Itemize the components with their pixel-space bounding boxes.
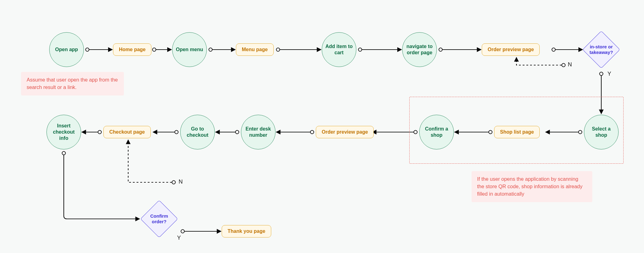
decision-in-store-takeaway: in-store or takeaway?: [583, 31, 620, 68]
process-open-app: Open app: [49, 32, 84, 67]
note-open-app: Assume that user open the app from the s…: [21, 72, 124, 95]
page-thank-you: Thank you page: [222, 225, 271, 237]
svg-point-23: [311, 131, 314, 134]
branch-label-n: N: [568, 61, 572, 68]
svg-point-31: [62, 152, 66, 155]
process-navigate-order: navigate to order page: [402, 32, 437, 67]
page-order-preview-2: Order preview page: [316, 126, 374, 138]
label: Open menu: [176, 47, 203, 53]
svg-point-0: [86, 48, 89, 51]
svg-point-27: [175, 131, 178, 134]
svg-point-2: [153, 48, 156, 51]
svg-point-10: [439, 48, 442, 51]
label: Add item to cart: [324, 43, 354, 56]
page-order-preview-1: Order preview page: [482, 43, 540, 56]
label: Enter desk number: [244, 126, 273, 138]
page-checkout: Checkout page: [103, 126, 151, 138]
label: Home page: [119, 47, 146, 52]
label: navigate to order page: [405, 43, 434, 56]
group-shop-selection: [409, 97, 624, 164]
process-go-to-checkout: Go to checkout: [180, 115, 215, 149]
text: Assume that user open the app from the s…: [27, 77, 118, 90]
process-add-item: Add item to cart: [322, 32, 356, 67]
label: Checkout page: [109, 129, 145, 135]
label: Order preview page: [322, 129, 368, 135]
branch-label-y: Y: [607, 71, 611, 77]
process-insert-checkout-info: Insert checkout info: [46, 115, 81, 149]
svg-point-16: [562, 64, 565, 67]
svg-point-25: [236, 131, 239, 134]
label: Confirm order?: [141, 200, 178, 237]
label: Open app: [55, 47, 78, 53]
label: Thank you page: [228, 229, 265, 234]
svg-point-12: [552, 48, 555, 51]
flow-canvas: Open app Home page Open menu Menu page A…: [0, 0, 644, 253]
svg-point-32: [172, 181, 176, 184]
label: Insert checkout info: [49, 123, 78, 141]
svg-point-8: [359, 48, 362, 51]
svg-point-4: [209, 48, 212, 51]
branch-label-n-2: N: [179, 179, 183, 185]
process-enter-desk: Enter desk number: [241, 115, 276, 149]
page-home: Home page: [113, 43, 151, 56]
label: Menu page: [242, 47, 268, 52]
label: Go to checkout: [183, 126, 212, 138]
branch-label-y-2: Y: [177, 235, 181, 241]
svg-point-33: [181, 230, 185, 233]
svg-point-14: [600, 72, 603, 76]
text: If the user opens the application by sca…: [477, 176, 582, 197]
svg-point-6: [276, 48, 280, 51]
process-open-menu: Open menu: [172, 32, 207, 67]
page-menu: Menu page: [236, 43, 274, 56]
decision-confirm-order: Confirm order?: [141, 200, 178, 237]
svg-point-29: [98, 131, 102, 134]
note-qr-code: If the user opens the application by sca…: [472, 171, 592, 202]
label: Order preview page: [488, 47, 534, 52]
label: in-store or takeaway?: [583, 31, 620, 68]
